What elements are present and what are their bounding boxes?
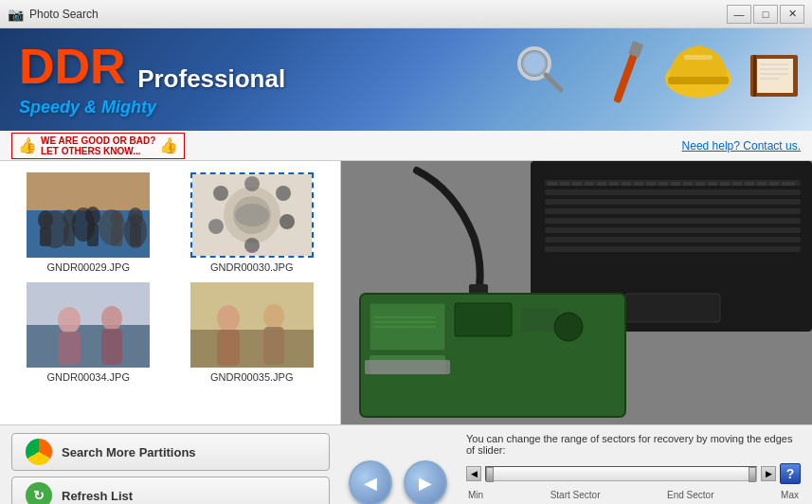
slider-track[interactable] [485, 466, 757, 481]
svg-rect-62 [585, 182, 594, 186]
photo-thumbnail-selected[interactable] [190, 172, 314, 258]
svg-rect-40 [58, 332, 81, 365]
feedback-line1: WE ARE GOOD OR BAD? [41, 135, 155, 146]
svg-rect-18 [40, 227, 51, 246]
banner-top-row: DDR Professional [19, 42, 285, 94]
slider-thumb-left[interactable] [486, 467, 494, 482]
svg-rect-66 [634, 182, 643, 186]
svg-rect-53 [545, 199, 801, 205]
svg-point-39 [58, 307, 81, 333]
photo-filename: GNDR00030.JPG [210, 261, 293, 273]
screwdriver-icon [594, 38, 660, 114]
app-title: Photo Search [29, 8, 99, 21]
svg-rect-48 [263, 327, 284, 365]
photo-filename: GNDR00035.JPG [210, 371, 293, 383]
svg-rect-73 [720, 182, 730, 186]
next-button[interactable]: ▶ [404, 460, 447, 505]
svg-rect-60 [560, 182, 569, 186]
svg-point-1 [523, 52, 546, 75]
tagline: Speedy & Mighty [19, 98, 285, 117]
svg-point-34 [280, 214, 295, 229]
svg-rect-6 [668, 77, 729, 84]
svg-rect-9 [753, 55, 756, 97]
book-icon [746, 47, 803, 104]
close-button[interactable]: ✕ [780, 5, 804, 24]
minimize-button[interactable]: — [727, 5, 751, 24]
svg-rect-59 [548, 182, 557, 186]
banner: DDR Professional Speedy & Mighty [0, 28, 812, 131]
photo-grid: GNDR00029.JPG [0, 161, 340, 394]
svg-rect-79 [625, 294, 720, 322]
photo-panel[interactable]: GNDR00029.JPG [0, 161, 341, 424]
slider-thumb-right[interactable] [749, 467, 756, 482]
svg-rect-55 [545, 218, 801, 224]
thumbs-up-icon: 👍 [18, 136, 37, 154]
list-item[interactable]: GNDR00030.JPG [175, 172, 330, 273]
max-label: Max [781, 490, 799, 500]
svg-point-30 [235, 204, 269, 226]
professional-text: Professional [137, 64, 285, 93]
svg-point-17 [38, 210, 53, 229]
svg-point-41 [101, 306, 122, 331]
toolbar-strip: 👍 WE ARE GOOD OR BAD? LET OTHERS KNOW...… [0, 131, 812, 161]
help-link[interactable]: Need help? Contact us. [682, 139, 801, 153]
refresh-list-button[interactable]: ↻ Refresh List [11, 477, 330, 504]
photo-thumbnail[interactable] [192, 174, 312, 256]
svg-line-2 [546, 75, 561, 90]
svg-rect-72 [708, 182, 717, 186]
svg-point-47 [263, 304, 284, 329]
photo-thumbnail[interactable] [27, 282, 150, 368]
title-bar-controls: — □ ✕ [727, 5, 804, 24]
svg-point-35 [244, 238, 260, 253]
svg-rect-42 [101, 329, 122, 365]
title-bar: 📷 Photo Search — □ ✕ [0, 0, 812, 28]
svg-point-45 [217, 305, 240, 332]
svg-point-32 [244, 176, 260, 191]
list-item[interactable]: GNDR00029.JPG [11, 172, 166, 273]
photo-thumbnail[interactable] [190, 282, 314, 368]
svg-rect-71 [695, 182, 705, 186]
svg-rect-68 [659, 182, 668, 186]
magnifier-icon [514, 43, 566, 95]
svg-rect-24 [111, 226, 122, 246]
maximize-button[interactable]: □ [753, 5, 778, 24]
feedback-badge[interactable]: 👍 WE ARE GOOD OR BAD? LET OTHERS KNOW...… [11, 133, 185, 159]
svg-rect-7 [684, 55, 713, 60]
svg-rect-20 [63, 225, 75, 246]
svg-rect-61 [572, 182, 582, 186]
sector-row-labels: Min Start Sector End Sector Max [466, 490, 801, 500]
search-partitions-label: Search More Partitions [62, 445, 196, 459]
start-sector-label: Start Sector [550, 490, 601, 500]
slider-left-arrow[interactable]: ◀ [466, 466, 481, 481]
svg-rect-69 [671, 182, 680, 186]
help-button[interactable]: ? [780, 463, 801, 484]
slider-right-arrow[interactable]: ▶ [761, 466, 776, 481]
svg-point-19 [63, 209, 76, 226]
svg-rect-44 [190, 330, 314, 368]
svg-rect-67 [646, 182, 656, 186]
slider-description: You can change the range of sectors for … [466, 433, 801, 456]
app-icon: 📷 [8, 7, 24, 22]
svg-rect-10 [757, 59, 793, 93]
svg-rect-52 [545, 189, 801, 195]
refresh-list-label: Refresh List [62, 489, 133, 503]
svg-rect-22 [87, 224, 99, 246]
svg-rect-16 [27, 210, 150, 258]
list-item[interactable]: GNDR00035.JPG [175, 282, 330, 383]
prev-button[interactable]: ◀ [349, 460, 392, 505]
preview-panel: PIBOX [341, 161, 812, 424]
photo-filename: GNDR00029.JPG [47, 261, 130, 273]
svg-rect-74 [732, 182, 742, 186]
left-buttons: Search More Partitions ↻ Refresh List [0, 425, 341, 504]
slider-track-container[interactable]: ◀ ▶ ? [466, 463, 801, 484]
partition-icon [26, 439, 52, 465]
search-partitions-button[interactable]: Search More Partitions [11, 433, 330, 471]
end-sector-label: End Sector [667, 490, 713, 500]
list-item[interactable]: GNDR00034.JPG [11, 282, 166, 383]
title-bar-left: 📷 Photo Search [8, 7, 99, 22]
photo-thumbnail[interactable] [27, 172, 150, 258]
svg-rect-58 [545, 246, 801, 252]
min-label: Min [468, 490, 483, 500]
svg-rect-90 [365, 360, 450, 374]
svg-rect-78 [782, 182, 795, 186]
